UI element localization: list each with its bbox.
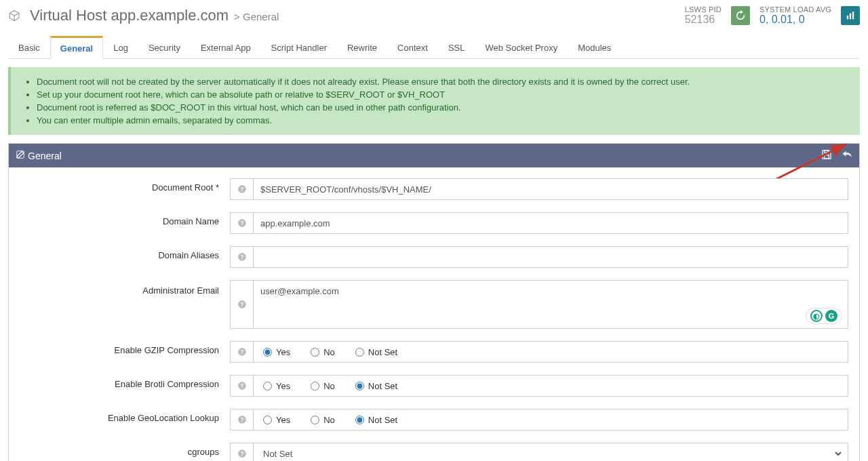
notice-line: You can enter multiple admin emails, sep… bbox=[37, 114, 846, 127]
tab-modules[interactable]: Modules bbox=[568, 35, 621, 58]
restart-button[interactable] bbox=[731, 6, 750, 25]
notice-line: Document root is referred as $DOC_ROOT i… bbox=[37, 101, 846, 114]
topbar: Virtual Host app.example.com > General L… bbox=[0, 0, 868, 28]
label-brotli: Enable Brotli Compression bbox=[20, 375, 230, 389]
label-gzip: Enable GZIP Compression bbox=[20, 341, 230, 355]
radio-geo-no[interactable]: No bbox=[311, 415, 335, 425]
info-notice: Document root will not be created by the… bbox=[8, 67, 860, 135]
svg-text:?: ? bbox=[240, 186, 243, 193]
svg-text:?: ? bbox=[240, 220, 243, 226]
grammarly-bulb-icon: ◐ bbox=[810, 310, 823, 322]
input-admin-email[interactable] bbox=[260, 286, 841, 321]
back-button[interactable] bbox=[842, 149, 852, 162]
general-panel: General Document Root * ? Domain Name ? bbox=[8, 143, 860, 461]
radio-brotli-wrap: Yes No Not Set bbox=[253, 375, 848, 397]
input-doc-root[interactable] bbox=[260, 184, 841, 195]
tab-script-handler[interactable]: Script Handler bbox=[261, 35, 337, 58]
row-gzip: Enable GZIP Compression ? Yes No Not Set bbox=[20, 341, 848, 363]
help-icon[interactable]: ? bbox=[230, 246, 253, 268]
edit-icon bbox=[16, 150, 25, 161]
svg-rect-4 bbox=[825, 151, 828, 153]
radio-gzip-yes[interactable]: Yes bbox=[263, 347, 290, 357]
label-doc-root: Document Root * bbox=[20, 178, 230, 193]
panel-body: Document Root * ? Domain Name ? Domain A… bbox=[9, 167, 859, 461]
label-domain-aliases: Domain Aliases bbox=[20, 246, 230, 260]
radio-brotli-no[interactable]: No bbox=[311, 381, 335, 391]
svg-rect-1 bbox=[850, 14, 851, 20]
stats-button[interactable] bbox=[841, 6, 860, 25]
tab-log[interactable]: Log bbox=[103, 35, 138, 58]
pid-label: LSWS PID bbox=[685, 5, 722, 14]
svg-rect-0 bbox=[847, 16, 848, 19]
row-cgroups: cgroups ? Not Set bbox=[20, 443, 848, 461]
radio-geo-notset[interactable]: Not Set bbox=[355, 415, 397, 425]
tab-ssl[interactable]: SSL bbox=[438, 35, 475, 58]
svg-text:?: ? bbox=[240, 254, 243, 260]
radio-gzip-wrap: Yes No Not Set bbox=[253, 341, 848, 363]
row-domain-aliases: Domain Aliases ? bbox=[20, 246, 848, 268]
input-doc-root-wrap bbox=[253, 178, 848, 200]
radio-geo-wrap: Yes No Not Set bbox=[253, 409, 848, 430]
save-button[interactable] bbox=[821, 149, 832, 162]
pid-block: LSWS PID 52136 bbox=[685, 5, 722, 26]
row-admin-email: Administrator Email ? ◐ G bbox=[20, 280, 848, 329]
tab-basic[interactable]: Basic bbox=[8, 35, 50, 58]
svg-text:?: ? bbox=[240, 451, 243, 457]
load-block: SYSTEM LOAD AVG 0, 0.01, 0 bbox=[760, 5, 831, 26]
grammarly-widget[interactable]: ◐ G bbox=[806, 308, 842, 324]
svg-text:?: ? bbox=[240, 417, 243, 423]
svg-rect-5 bbox=[825, 155, 829, 159]
radio-gzip-no[interactable]: No bbox=[311, 347, 335, 357]
load-label: SYSTEM LOAD AVG bbox=[760, 5, 831, 14]
input-domain-aliases[interactable] bbox=[260, 252, 841, 262]
pid-value: 52136 bbox=[685, 14, 722, 26]
notice-line: Set up your document root here, which ca… bbox=[37, 88, 846, 101]
grammarly-logo-icon: G bbox=[825, 310, 837, 322]
tab-external-app[interactable]: External App bbox=[191, 35, 261, 58]
input-admin-email-wrap: ◐ G bbox=[253, 280, 848, 329]
row-doc-root: Document Root * ? bbox=[20, 178, 848, 200]
notice-line: Document root will not be created by the… bbox=[37, 75, 846, 88]
tab-websocket[interactable]: Web Socket Proxy bbox=[475, 35, 568, 58]
input-domain-name-wrap bbox=[253, 212, 848, 234]
row-domain-name: Domain Name ? bbox=[20, 212, 848, 234]
help-icon[interactable]: ? bbox=[230, 280, 253, 329]
row-geo: Enable GeoLocation Lookup ? Yes No Not S… bbox=[20, 409, 848, 430]
tab-rewrite[interactable]: Rewrite bbox=[337, 35, 387, 58]
svg-text:?: ? bbox=[240, 302, 243, 308]
row-brotli: Enable Brotli Compression ? Yes No Not S… bbox=[20, 375, 848, 397]
help-icon[interactable]: ? bbox=[230, 341, 253, 363]
input-domain-name[interactable] bbox=[260, 218, 841, 228]
breadcrumb-sep: > General bbox=[234, 11, 279, 22]
svg-rect-2 bbox=[852, 12, 854, 19]
radio-brotli-yes[interactable]: Yes bbox=[263, 381, 290, 391]
svg-text:?: ? bbox=[240, 349, 243, 355]
tab-security[interactable]: Security bbox=[138, 35, 191, 58]
radio-brotli-notset[interactable]: Not Set bbox=[355, 381, 397, 391]
topbar-stats: LSWS PID 52136 SYSTEM LOAD AVG 0, 0.01, … bbox=[685, 5, 860, 26]
svg-text:?: ? bbox=[240, 383, 243, 389]
label-admin-email: Administrator Email bbox=[20, 280, 230, 296]
page-title: Virtual Host app.example.com bbox=[30, 7, 229, 24]
label-domain-name: Domain Name bbox=[20, 212, 230, 226]
radio-geo-yes[interactable]: Yes bbox=[263, 415, 290, 425]
label-cgroups: cgroups bbox=[20, 443, 230, 457]
cube-icon bbox=[8, 9, 20, 25]
tab-context[interactable]: Context bbox=[387, 35, 438, 58]
help-icon[interactable]: ? bbox=[230, 212, 253, 234]
tab-general[interactable]: General bbox=[50, 36, 103, 59]
breadcrumb: Virtual Host app.example.com > General bbox=[8, 7, 279, 24]
label-geo: Enable GeoLocation Lookup bbox=[20, 409, 230, 423]
help-icon[interactable]: ? bbox=[230, 375, 253, 397]
panel-header: General bbox=[9, 144, 859, 167]
help-icon[interactable]: ? bbox=[230, 443, 253, 461]
help-icon[interactable]: ? bbox=[230, 409, 253, 430]
load-value: 0, 0.01, 0 bbox=[760, 14, 831, 26]
select-cgroups[interactable]: Not Set bbox=[260, 448, 844, 460]
tabs: Basic General Log Security External App … bbox=[8, 35, 860, 59]
panel-title: General bbox=[28, 151, 62, 161]
help-icon[interactable]: ? bbox=[230, 178, 253, 200]
select-cgroups-wrap: Not Set bbox=[253, 443, 848, 461]
radio-gzip-notset[interactable]: Not Set bbox=[355, 347, 397, 357]
input-domain-aliases-wrap bbox=[253, 246, 848, 268]
